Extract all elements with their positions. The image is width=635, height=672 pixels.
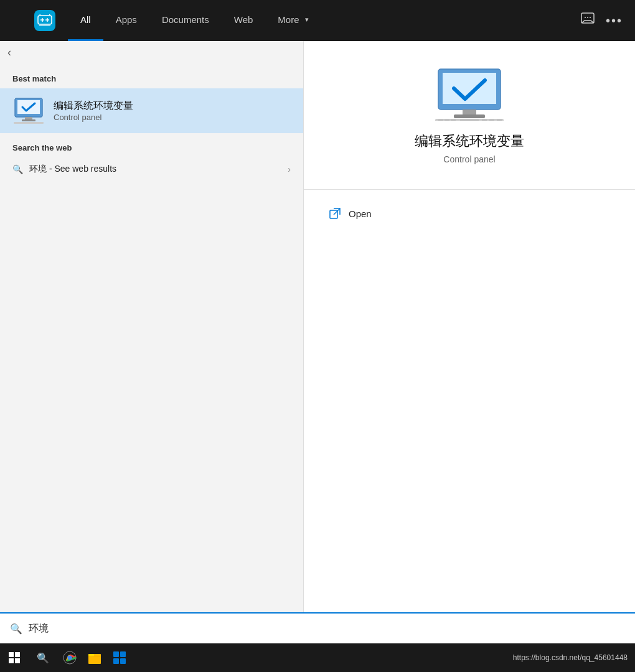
svg-rect-35 <box>120 651 126 657</box>
back-button[interactable]: ‹ <box>0 41 303 64</box>
right-panel: 编辑系统环境变量 Control panel Open <box>303 41 635 672</box>
search-icon: 🔍 <box>12 164 23 174</box>
left-panel: ‹ Best match <box>0 41 303 672</box>
tab-more-label: More <box>278 14 299 25</box>
svg-rect-34 <box>113 651 119 657</box>
best-match-subtitle: Control panel <box>54 113 133 122</box>
open-action[interactable]: Open <box>329 202 610 225</box>
tab-documents[interactable]: Documents <box>149 0 222 41</box>
svg-rect-24 <box>460 119 479 121</box>
svg-rect-22 <box>444 119 449 121</box>
result-large-icon <box>435 66 504 122</box>
svg-rect-12 <box>17 100 40 114</box>
best-match-title: 编辑系统环境变量 <box>54 100 133 113</box>
taskbar-store-icon[interactable] <box>107 643 132 672</box>
search-overlay: All Apps Documents Web More ▾ <box>0 0 635 672</box>
svg-rect-25 <box>482 119 487 121</box>
taskbar: 🔍 https://blog.csdn.net/qq_4560144 <box>0 643 635 672</box>
tab-web-label: Web <box>234 14 253 25</box>
tab-all[interactable]: All <box>68 0 103 41</box>
taskbar-search-button[interactable]: 🔍 <box>29 643 57 672</box>
result-category: Control panel <box>443 154 495 164</box>
web-query-text: 环境 <box>29 164 47 174</box>
best-match-header: Best match <box>0 64 303 88</box>
top-nav: All Apps Documents Web More ▾ <box>0 0 635 41</box>
open-label: Open <box>349 208 372 219</box>
tab-apps-label: Apps <box>116 14 137 25</box>
svg-point-7 <box>585 17 586 18</box>
svg-rect-14 <box>22 119 35 121</box>
svg-point-8 <box>587 17 588 18</box>
svg-point-31 <box>68 656 72 660</box>
svg-point-9 <box>590 17 591 18</box>
open-icon <box>329 207 341 220</box>
bottom-search-bar: 🔍 环境 <box>0 612 635 643</box>
chevron-right-icon: › <box>288 164 291 174</box>
web-search-item[interactable]: 🔍 环境 - See web results › <box>0 157 303 181</box>
web-search-header: Search the web <box>0 133 303 157</box>
windows-logo-icon <box>9 652 20 663</box>
best-match-text-area: 编辑系统环境变量 Control panel <box>54 100 133 122</box>
web-search-text: 环境 - See web results <box>29 164 288 175</box>
search-bar-icon: 🔍 <box>10 623 22 635</box>
taskbar-url-area: https://blog.csdn.net/qq_45601448 <box>513 653 635 662</box>
bilibili-icon <box>34 10 55 31</box>
svg-rect-13 <box>25 117 32 119</box>
svg-rect-19 <box>454 114 485 118</box>
svg-rect-37 <box>120 658 126 664</box>
more-options-icon[interactable]: ••• <box>606 14 623 28</box>
svg-rect-15 <box>14 122 44 124</box>
taskbar-search-icon: 🔍 <box>37 652 49 664</box>
svg-rect-18 <box>463 110 476 114</box>
search-main: ‹ Best match <box>0 41 635 672</box>
result-detail: 编辑系统环境变量 Control panel <box>304 41 635 177</box>
svg-rect-36 <box>113 658 119 664</box>
result-title: 编辑系统环境变量 <box>415 132 524 151</box>
search-bar-query[interactable]: 环境 <box>29 622 625 635</box>
svg-rect-21 <box>438 119 443 121</box>
svg-rect-23 <box>451 119 456 121</box>
best-match-icon <box>12 95 45 127</box>
best-match-item[interactable]: 编辑系统环境变量 Control panel <box>0 88 303 133</box>
nav-right-icons: ••• <box>581 12 635 29</box>
svg-rect-27 <box>497 119 502 121</box>
svg-rect-17 <box>443 73 496 104</box>
result-actions: Open <box>304 202 635 225</box>
web-query-suffix: - See web results <box>47 164 116 174</box>
back-icon: ‹ <box>7 46 11 59</box>
tab-documents-label: Documents <box>162 14 209 25</box>
svg-rect-26 <box>489 119 494 121</box>
svg-rect-0 <box>38 16 52 24</box>
svg-rect-33 <box>88 654 94 656</box>
taskbar-url-text: https://blog.csdn.net/qq_45601448 <box>513 653 628 662</box>
result-divider <box>304 189 635 190</box>
tab-all-label: All <box>80 14 91 25</box>
feedback-icon[interactable] <box>581 12 595 29</box>
left-panel-empty-space <box>0 181 303 672</box>
chevron-down-icon: ▾ <box>305 16 309 24</box>
taskbar-chrome-icon[interactable] <box>57 643 82 672</box>
tab-more[interactable]: More ▾ <box>265 0 321 41</box>
tab-web[interactable]: Web <box>222 0 266 41</box>
nav-tabs: All Apps Documents Web More ▾ <box>68 0 321 41</box>
tab-apps[interactable]: Apps <box>103 0 149 41</box>
start-button[interactable] <box>0 643 29 672</box>
taskbar-explorer-icon[interactable] <box>82 643 107 672</box>
